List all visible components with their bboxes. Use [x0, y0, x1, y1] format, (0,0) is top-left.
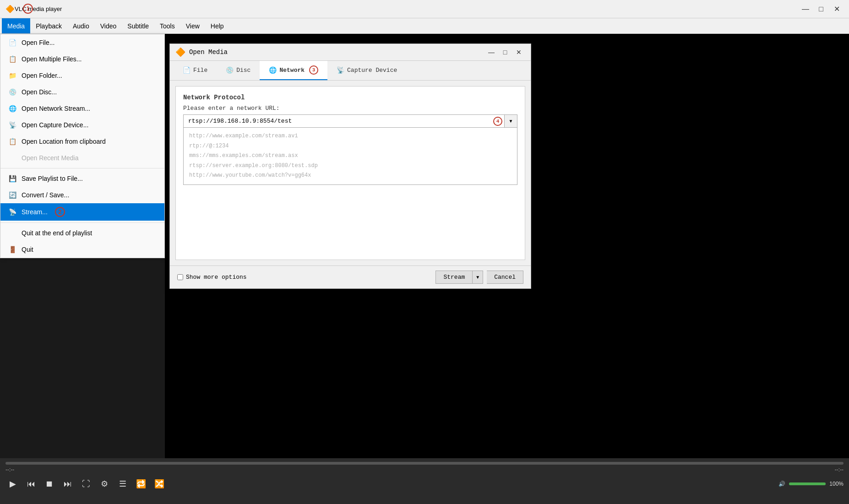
tab-network-label: Network: [279, 67, 305, 74]
tab-capture-device[interactable]: 📡 Capture Device: [327, 61, 406, 80]
fullscreen-button[interactable]: ⛶: [79, 477, 93, 491]
seek-bar[interactable]: [5, 462, 844, 465]
divider-1: [0, 168, 164, 168]
dialog-minimize-button[interactable]: —: [485, 47, 498, 58]
url-examples-list: http://www.example.com/stream.avi rtp://…: [183, 128, 517, 185]
url-example-4: rtsp://server.example.org:8080/test.sdp: [189, 161, 512, 171]
tab-capture-icon: 📡: [337, 66, 344, 74]
url-input[interactable]: [184, 115, 491, 127]
cancel-button[interactable]: Cancel: [487, 271, 523, 284]
menu-open-recent-media: Open Recent Media: [0, 150, 164, 166]
maximize-button[interactable]: □: [814, 4, 828, 14]
menu-item-subtitle[interactable]: Subtitle: [122, 18, 154, 33]
clipboard-icon: [8, 137, 17, 146]
menu-open-capture-device[interactable]: Open Capture Device...: [0, 117, 164, 133]
quit-end-icon: [8, 228, 17, 238]
media-dropdown-menu: Open File... Open Multiple Files... Open…: [0, 34, 165, 258]
dialog-network-content: Network Protocol Please enter a network …: [175, 86, 525, 260]
menu-open-multiple-files[interactable]: Open Multiple Files...: [0, 51, 164, 67]
title-bar: 🔶 VLC media player 1 — □ ✕: [0, 0, 849, 18]
menu-open-file[interactable]: Open File...: [0, 34, 164, 51]
show-options-label[interactable]: Show more options: [177, 274, 247, 281]
protocol-label: Network Protocol: [183, 94, 517, 101]
quit-icon: [8, 245, 17, 254]
dialog-close-button[interactable]: ✕: [512, 47, 525, 58]
dialog-footer-buttons: Stream ▼ Cancel: [435, 271, 523, 284]
prev-button[interactable]: ⏮: [24, 477, 38, 491]
url-dropdown-button[interactable]: ▼: [504, 115, 517, 127]
menu-item-view[interactable]: View: [180, 18, 205, 33]
playlist-button[interactable]: ☰: [115, 477, 130, 491]
annotation-1: 1: [23, 4, 33, 14]
volume-bar[interactable]: [789, 482, 826, 485]
dialog-icon: 🔶: [175, 47, 185, 57]
dialog-tabs: 📄 File 💿 Disc 🌐 Network 3 📡 Capture Devi…: [170, 61, 531, 81]
url-input-row: 4 ▼: [183, 114, 517, 128]
show-options-checkbox[interactable]: [177, 274, 183, 280]
menu-open-network-stream[interactable]: Open Network Stream...: [0, 100, 164, 117]
url-example-2: rtp://@:1234: [189, 141, 512, 152]
open-media-dialog: 🔶 Open Media — □ ✕ 📄 File 💿 Disc 🌐 Netwo…: [169, 43, 531, 289]
folder-icon: [8, 71, 17, 80]
vlc-main-window: 🔶 VLC media player 1 — □ ✕ Media Playbac…: [0, 0, 849, 504]
disc-icon: [8, 87, 17, 97]
dialog-title-bar: 🔶 Open Media — □ ✕: [170, 44, 531, 61]
menu-item-help[interactable]: Help: [205, 18, 229, 33]
play-button[interactable]: ▶: [5, 477, 20, 491]
menu-item-audio[interactable]: Audio: [67, 18, 95, 33]
stream-dropdown-button[interactable]: ▼: [473, 271, 483, 284]
menu-quit[interactable]: Quit: [0, 241, 164, 258]
dialog-maximize-button[interactable]: □: [499, 47, 512, 58]
stream-button[interactable]: Stream: [435, 271, 473, 284]
extended-button[interactable]: ⚙: [97, 477, 112, 491]
files-icon: [8, 54, 17, 64]
volume-fill: [789, 482, 826, 485]
app-icon: 🔶: [5, 5, 15, 13]
volume-icon: 🔊: [778, 481, 785, 487]
tab-file-icon: 📄: [183, 66, 190, 74]
dialog-title: Open Media: [189, 49, 481, 56]
url-example-3: mms://mms.examples.com/stream.asx: [189, 151, 512, 161]
next-button[interactable]: ⏭: [60, 477, 75, 491]
tab-file-label: File: [193, 67, 207, 74]
menu-convert-save[interactable]: Convert / Save...: [0, 187, 164, 203]
file-icon: [8, 38, 17, 47]
app-title: VLC media player: [15, 5, 799, 12]
bottom-bar: --:-- --:-- ▶ ⏮ ⏹ ⏭ ⛶ ⚙ ☰ 🔁 🔀 🔊 100%: [0, 458, 849, 504]
menu-item-tools[interactable]: Tools: [154, 18, 180, 33]
menu-item-media[interactable]: Media: [2, 18, 30, 33]
tab-capture-label: Capture Device: [347, 67, 397, 74]
menu-save-playlist[interactable]: Save Playlist to File...: [0, 170, 164, 187]
url-example-5: http://www.yourtube.com/watch?v=gg64x: [189, 171, 512, 181]
shuffle-button[interactable]: 🔀: [152, 477, 167, 491]
tab-network[interactable]: 🌐 Network 3: [260, 61, 327, 80]
tab-file[interactable]: 📄 File: [174, 61, 217, 80]
menu-stream[interactable]: Stream... 2: [0, 203, 164, 221]
annotation-3: 3: [309, 65, 318, 75]
close-button[interactable]: ✕: [830, 4, 844, 14]
menu-open-folder[interactable]: Open Folder...: [0, 67, 164, 84]
loop-button[interactable]: 🔁: [134, 477, 148, 491]
tab-disc-label: Disc: [236, 67, 250, 74]
volume-pct: 100%: [829, 481, 844, 487]
annotation-4: 4: [493, 117, 502, 126]
controls-row: ▶ ⏮ ⏹ ⏭ ⛶ ⚙ ☰ 🔁 🔀 🔊 100%: [0, 475, 849, 493]
menu-item-playback[interactable]: Playback: [30, 18, 67, 33]
network-icon: [8, 104, 17, 113]
menu-quit-end-playlist[interactable]: Quit at the end of playlist: [0, 225, 164, 241]
tab-disc-icon: 💿: [226, 66, 234, 74]
menu-open-location-clipboard[interactable]: Open Location from clipboard: [0, 133, 164, 150]
stop-button[interactable]: ⏹: [42, 477, 57, 491]
dialog-footer: Show more options Stream ▼ Cancel: [170, 266, 531, 288]
convert-icon: [8, 190, 17, 200]
time-remaining: --:--: [835, 466, 844, 473]
tab-disc[interactable]: 💿 Disc: [217, 61, 260, 80]
menu-open-disc[interactable]: Open Disc...: [0, 84, 164, 100]
minimize-button[interactable]: —: [799, 4, 812, 14]
menu-item-video[interactable]: Video: [95, 18, 122, 33]
menu-bar: Media Playback Audio Video Subtitle Tool…: [0, 18, 849, 34]
stream-icon: [8, 207, 17, 217]
recent-icon: [8, 153, 17, 163]
url-prompt-label: Please enter a network URL:: [183, 105, 517, 112]
time-display: --:-- --:--: [0, 466, 849, 473]
